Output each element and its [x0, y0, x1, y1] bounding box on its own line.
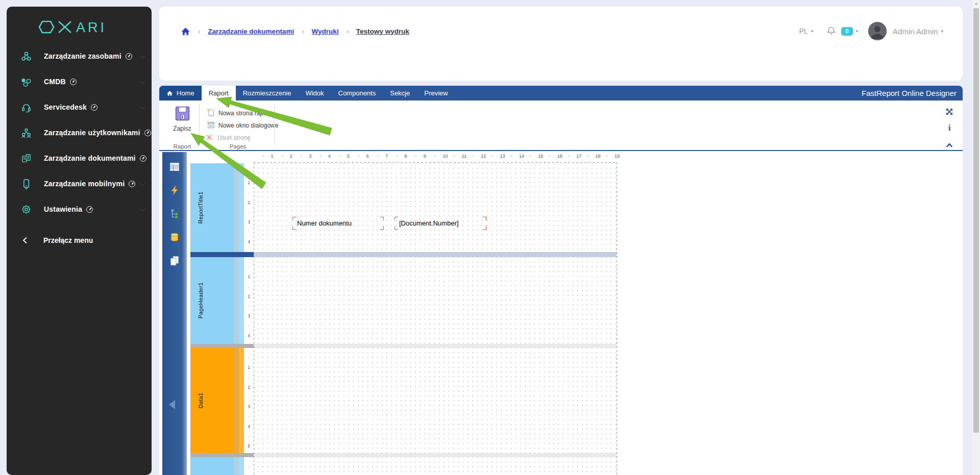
- report-text-element-label: [Document.Number]: [399, 219, 458, 227]
- sidebar-item-label: Servicedesk: [44, 103, 87, 111]
- collapse-ribbon-chevron-icon[interactable]: [945, 141, 953, 149]
- breadcrumb-separator: ›: [347, 28, 349, 35]
- band-shade: [234, 457, 239, 475]
- header-card: › Zarządzanie dokumentami › Wydruki › Te…: [159, 7, 963, 81]
- band-PageHeader1: PageHeader1·1·2·3·4: [187, 257, 963, 344]
- menu-item-label: Nowa strona raportu: [218, 110, 274, 117]
- menu-item-new-report-page[interactable]: Nowa strona raportu: [206, 107, 278, 119]
- breadcrumb-link-printouts[interactable]: Wydruki: [311, 28, 338, 35]
- band-header-Data1[interactable]: Data1: [190, 348, 234, 453]
- chevron-down-icon[interactable]: ▾: [811, 29, 814, 34]
- band-separator[interactable]: [254, 252, 617, 257]
- data-source-database-icon[interactable]: [169, 232, 180, 242]
- home-icon[interactable]: [181, 27, 190, 36]
- band-separator[interactable]: [254, 344, 617, 348]
- sidebar-item-label: Zarządzanie mobilnymi: [44, 180, 125, 188]
- language-selector[interactable]: PL: [799, 27, 808, 35]
- breadcrumb-current: Testowy wydruk: [356, 28, 409, 35]
- chevron-left-icon: [22, 237, 28, 244]
- info-icon[interactable]: i: [945, 123, 953, 131]
- tab-sekcje[interactable]: Sekcje: [383, 86, 417, 101]
- save-button[interactable]: Zapisz: [168, 106, 197, 132]
- user-name[interactable]: Admin Admin: [893, 27, 938, 36]
- sidebar-toggle-label: Przełącz menu: [43, 236, 93, 244]
- band-pagefooter: ·: [187, 457, 963, 475]
- scrollbar-thumb[interactable]: [973, 8, 979, 433]
- avatar[interactable]: [868, 22, 887, 40]
- tab-raport[interactable]: Raport: [202, 86, 236, 101]
- band-separator[interactable]: [190, 344, 254, 348]
- band-page-area[interactable]: [254, 257, 617, 344]
- band-page-area[interactable]: [254, 163, 617, 252]
- copy-pages-icon[interactable]: [169, 256, 180, 266]
- tab-label: Raport: [209, 89, 229, 97]
- properties-table-icon[interactable]: [169, 162, 180, 172]
- band-header-ReportTitle1[interactable]: ReportTitle1: [190, 163, 234, 252]
- sidebar-item-cmdb[interactable]: CMDB: [7, 69, 152, 94]
- new-page-icon: [206, 108, 215, 118]
- chevron-down-icon[interactable]: ▾: [941, 29, 943, 34]
- band-separator[interactable]: [190, 453, 254, 457]
- menu-item-label: Nowe okno dialogowe: [218, 122, 278, 129]
- gauge-icon: [144, 130, 151, 136]
- menu-item-new-dialog-page[interactable]: Nowe okno dialogowe: [206, 119, 278, 132]
- sidebar-item-servicedesk[interactable]: Servicedesk: [7, 94, 152, 120]
- servicedesk-icon: [21, 102, 32, 113]
- sidebar-item-label: Zarządzanie dokumentami: [44, 154, 136, 162]
- documents-icon: [21, 153, 32, 164]
- tab-preview[interactable]: Preview: [417, 86, 455, 101]
- report-text-element[interactable]: Numer dokumentu: [292, 217, 384, 230]
- band-vertical-ruler: ·1·2·3·4: [244, 257, 254, 344]
- designer-left-toolbar: [162, 152, 187, 475]
- tab-widok[interactable]: Widok: [298, 86, 331, 101]
- band-name-label: Data1: [198, 393, 204, 409]
- band-header-PageHeader1[interactable]: PageHeader1: [190, 257, 234, 344]
- notifications-bell-icon[interactable]: [826, 26, 836, 36]
- band-shade: [239, 257, 244, 344]
- sidebar-item-mobile[interactable]: Zarządzanie mobilnymi: [7, 171, 152, 196]
- band-vertical-ruler: ·1·2·3·4·5: [244, 348, 254, 453]
- home-tab-icon: [166, 90, 173, 96]
- band-header-pagefooter[interactable]: [190, 457, 234, 475]
- band-separator[interactable]: [190, 252, 254, 257]
- scrollbar-up-arrow[interactable]: ▲: [972, 2, 980, 5]
- band-ReportTitle1: ReportTitle1·1·2·3·4: [187, 163, 963, 252]
- cmdb-icon: [21, 77, 32, 87]
- sidebar-item-documents[interactable]: Zarządzanie dokumentami: [7, 145, 152, 171]
- chevron-down-icon: [140, 54, 145, 59]
- chevron-down-icon: [140, 105, 145, 110]
- sidebar-item-users[interactable]: Zarządzanie użytkownikami: [7, 120, 152, 145]
- tab-label: Components: [338, 89, 376, 97]
- band-page-area[interactable]: [254, 457, 617, 475]
- selection-corner-marker: [292, 217, 296, 220]
- menu-item-label: Usuń stronę: [217, 134, 251, 141]
- sidebar-item-assets[interactable]: Zarządzanie zasobami: [7, 43, 152, 69]
- sidebar-item-settings[interactable]: Ustawienia: [7, 196, 152, 222]
- sidebar-toggle[interactable]: Przełącz menu: [7, 229, 152, 252]
- report-text-element-label: Numer dokumentu: [297, 219, 352, 227]
- new-dialog-icon: [206, 120, 215, 131]
- breadcrumb: › Zarządzanie dokumentami › Wydruki › Te…: [181, 27, 409, 36]
- menu-item-delete-page: Usuń stronę: [206, 132, 278, 144]
- tab-rozmieszczenie[interactable]: Rozmieszczenie: [236, 86, 299, 101]
- band-page-area[interactable]: [254, 348, 617, 453]
- events-lightning-icon[interactable]: [169, 185, 180, 195]
- page-scrollbar[interactable]: ▲: [972, 0, 980, 475]
- band-shade: [234, 348, 239, 453]
- band-name-label: ReportTitle1: [198, 191, 204, 223]
- breadcrumb-link-documents[interactable]: Zarządzanie dokumentami: [208, 28, 294, 35]
- report-canvas: ·1·2·3·4·5·6·7·8·9·10·11·12·13·14·15·16·…: [187, 152, 963, 475]
- fullscreen-expand-icon[interactable]: [945, 108, 953, 116]
- chevron-down-icon[interactable]: ▾: [856, 29, 859, 34]
- tab-components[interactable]: Components: [331, 86, 383, 101]
- report-tree-icon[interactable]: [169, 209, 180, 219]
- band-separator[interactable]: [254, 453, 617, 457]
- collapse-panel-arrow[interactable]: [169, 400, 175, 409]
- band-shade: [234, 163, 239, 252]
- report-text-element[interactable]: [Document.Number]: [395, 217, 486, 230]
- users-icon: [21, 128, 32, 138]
- assets-icon: [21, 51, 32, 62]
- selection-corner-marker: [483, 226, 486, 230]
- tab-home[interactable]: Home: [159, 86, 202, 101]
- pages-group: Nowa strona raportuNowe okno dialogoweUs…: [206, 107, 278, 144]
